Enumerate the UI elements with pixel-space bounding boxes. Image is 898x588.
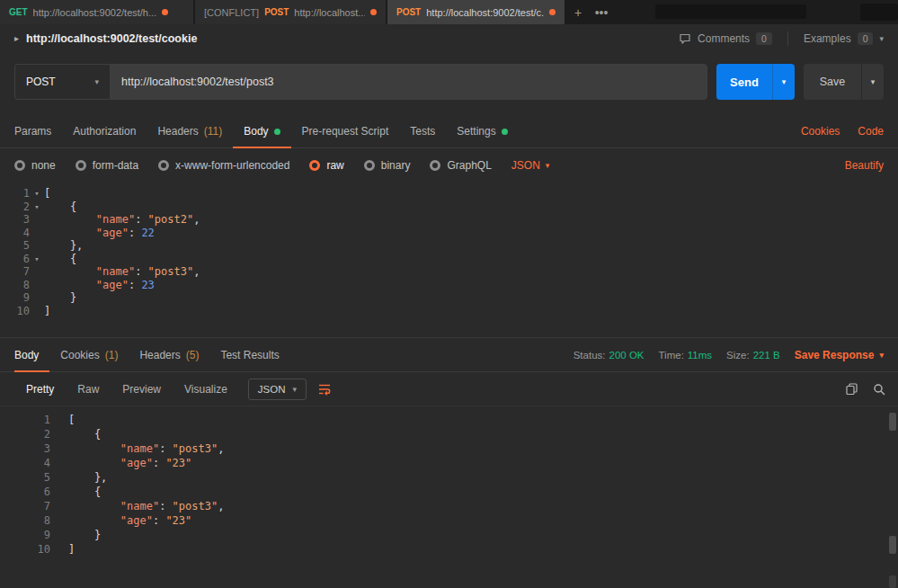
body-type-urlencoded[interactable]: x-www-form-urlencoded: [158, 159, 289, 172]
status-value[interactable]: 200 OK: [609, 350, 645, 361]
body-type-graphql[interactable]: GraphQL: [430, 159, 491, 172]
line-number: 6: [0, 253, 30, 266]
tab-tests[interactable]: Tests: [399, 115, 446, 147]
code-text: [: [44, 187, 50, 200]
code-text: "name": "post3",: [44, 265, 200, 279]
size-value[interactable]: 221 B: [753, 350, 780, 361]
cookies-link[interactable]: Cookies: [801, 125, 840, 138]
request-tab-active[interactable]: POST http://localhost:9002/test/c...: [387, 0, 565, 24]
radio-label: none: [31, 159, 56, 172]
response-format-select[interactable]: JSON ▾: [248, 379, 307, 400]
response-tab-headers[interactable]: Headers (5): [129, 338, 209, 371]
response-tab-body[interactable]: Body: [14, 338, 49, 371]
fold-spacer: [50, 499, 68, 513]
tab-title: http://localhost...: [294, 7, 365, 18]
fold-spacer: [30, 213, 44, 227]
fold-spacer: [50, 513, 68, 528]
raw-format-select[interactable]: JSON ▾: [511, 159, 550, 172]
response-tab-cookies[interactable]: Cookies (1): [49, 338, 129, 371]
response-toolbar-icons: [845, 382, 885, 396]
code-text: "age": 23: [44, 279, 155, 292]
examples-count-badge: 0: [858, 32, 874, 45]
chevron-down-icon[interactable]: ▾: [879, 34, 884, 43]
search-response-button[interactable]: [873, 383, 885, 396]
save-options-button[interactable]: ▾: [861, 64, 884, 100]
tab-title: http://localhost:9002/test/c...: [426, 7, 544, 18]
request-body-editor[interactable]: 1▾[2▾ {3 "name": "post2",4 "age": 225 },…: [0, 183, 898, 337]
fold-caret-icon[interactable]: ▾: [30, 200, 44, 214]
send-options-button[interactable]: ▾: [772, 64, 795, 100]
response-view-toolbar: Pretty Raw Preview Visualize JSON ▾: [0, 372, 898, 406]
method-select[interactable]: POST ▾: [14, 64, 110, 100]
copy-response-button[interactable]: [845, 382, 858, 396]
code-text: ]: [68, 542, 75, 557]
scrollbar-thumb[interactable]: [889, 536, 896, 554]
code-text: }: [68, 528, 101, 542]
send-button[interactable]: Send: [716, 64, 772, 100]
line-number: 6: [0, 485, 50, 499]
fold-spacer: [50, 441, 68, 456]
tab-headers[interactable]: Headers (11): [147, 115, 233, 147]
fold-spacer: [30, 239, 44, 253]
code-text: {: [68, 427, 101, 441]
save-response-button[interactable]: Save Response ▾: [795, 349, 884, 361]
tab-params[interactable]: Params: [14, 115, 62, 147]
body-type-none[interactable]: none: [14, 159, 56, 172]
view-tab-preview[interactable]: Preview: [111, 378, 173, 401]
response-status-bar: Status: 200 OK Time: 11ms Size: 221 B Sa…: [573, 349, 884, 361]
code-line: 7 "name": "post3",: [0, 265, 898, 279]
save-button-group: Save ▾: [804, 64, 884, 100]
beautify-link[interactable]: Beautify: [845, 159, 884, 172]
tab-label: Authorization: [73, 125, 136, 138]
divider: [787, 31, 788, 46]
view-tab-raw[interactable]: Raw: [66, 378, 111, 401]
tab-pre-request-script[interactable]: Pre-request Script: [291, 115, 400, 147]
word-wrap-icon: [317, 382, 332, 396]
scrollbar-thumb[interactable]: [889, 413, 896, 431]
code-text: "age": "23": [68, 456, 191, 470]
format-value: JSON: [258, 384, 286, 395]
body-type-form-data[interactable]: form-data: [76, 159, 138, 172]
scrollbar-segment[interactable]: [889, 575, 896, 588]
size-label: Size:: [726, 350, 750, 361]
comments-button[interactable]: Comments: [698, 32, 750, 45]
header-search-input[interactable]: [655, 4, 806, 19]
body-type-binary[interactable]: binary: [364, 159, 411, 172]
tab-body[interactable]: Body: [233, 115, 290, 147]
request-tab-get[interactable]: GET http://localhost:9002/test/h...: [0, 0, 193, 24]
request-tab-conflict[interactable]: [CONFLICT] POST http://localhost...: [195, 0, 386, 24]
body-type-raw[interactable]: raw: [309, 159, 343, 172]
code-link[interactable]: Code: [858, 125, 884, 138]
radio-icon: [14, 160, 25, 171]
code-line: 5 },: [0, 239, 898, 253]
code-text: }: [44, 291, 76, 305]
save-button[interactable]: Save: [804, 64, 861, 100]
fold-caret-icon[interactable]: ▾: [30, 187, 44, 200]
time-value[interactable]: 11ms: [688, 350, 712, 361]
tab-settings[interactable]: Settings: [446, 115, 518, 147]
fold-caret-icon[interactable]: ▾: [30, 253, 44, 266]
view-tab-visualize[interactable]: Visualize: [173, 378, 239, 401]
code-text: {: [68, 485, 101, 499]
wrap-text-button[interactable]: [317, 382, 332, 396]
open-new-tab-button[interactable]: +: [566, 0, 590, 24]
response-body-editor[interactable]: 1[2 {3 "name": "post3",4 "age": "23"5 },…: [0, 406, 898, 588]
comments-icon: [679, 32, 691, 45]
tab-options-button[interactable]: •••: [590, 0, 613, 24]
view-tab-pretty[interactable]: Pretty: [14, 378, 66, 401]
response-tab-test-results[interactable]: Test Results: [209, 338, 289, 371]
collapse-caret-icon[interactable]: ▸: [14, 33, 19, 43]
code-line: 2▾ {: [0, 200, 898, 214]
examples-button[interactable]: Examples: [804, 32, 851, 45]
method-value: POST: [26, 76, 56, 88]
response-headers-count: (5): [186, 349, 200, 361]
url-input[interactable]: [110, 64, 707, 100]
radio-label: GraphQL: [447, 159, 491, 172]
code-line: 5 },: [0, 470, 898, 485]
request-title: http://localhost:9002/test/cookie: [26, 32, 197, 45]
header-right-button[interactable]: [860, 4, 898, 21]
tab-title: http://localhost:9002/test/h...: [33, 7, 157, 18]
line-number: 10: [0, 542, 50, 557]
tab-label: Body: [244, 125, 268, 138]
tab-authorization[interactable]: Authorization: [62, 115, 147, 147]
